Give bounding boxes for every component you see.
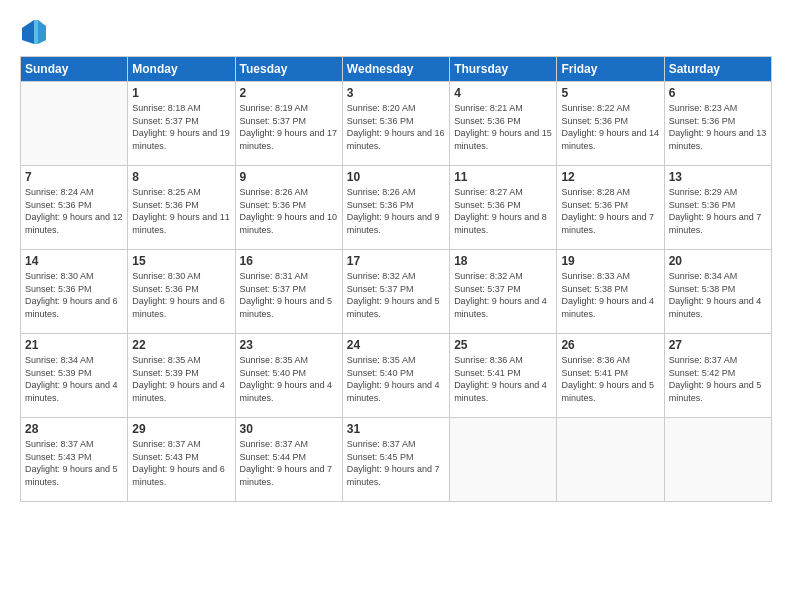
page: SundayMondayTuesdayWednesdayThursdayFrid…: [0, 0, 792, 612]
calendar-cell: 6Sunrise: 8:23 AMSunset: 5:36 PMDaylight…: [664, 82, 771, 166]
day-info: Sunrise: 8:34 AMSunset: 5:39 PMDaylight:…: [25, 354, 123, 404]
calendar-cell: 20Sunrise: 8:34 AMSunset: 5:38 PMDayligh…: [664, 250, 771, 334]
calendar-cell: 21Sunrise: 8:34 AMSunset: 5:39 PMDayligh…: [21, 334, 128, 418]
day-number: 1: [132, 86, 230, 100]
calendar-cell: 5Sunrise: 8:22 AMSunset: 5:36 PMDaylight…: [557, 82, 664, 166]
day-number: 27: [669, 338, 767, 352]
day-number: 16: [240, 254, 338, 268]
calendar-cell: 14Sunrise: 8:30 AMSunset: 5:36 PMDayligh…: [21, 250, 128, 334]
day-number: 6: [669, 86, 767, 100]
day-info: Sunrise: 8:24 AMSunset: 5:36 PMDaylight:…: [25, 186, 123, 236]
calendar-cell: 22Sunrise: 8:35 AMSunset: 5:39 PMDayligh…: [128, 334, 235, 418]
col-header-wednesday: Wednesday: [342, 57, 449, 82]
day-info: Sunrise: 8:30 AMSunset: 5:36 PMDaylight:…: [25, 270, 123, 320]
day-info: Sunrise: 8:21 AMSunset: 5:36 PMDaylight:…: [454, 102, 552, 152]
day-info: Sunrise: 8:37 AMSunset: 5:44 PMDaylight:…: [240, 438, 338, 488]
day-number: 7: [25, 170, 123, 184]
day-number: 29: [132, 422, 230, 436]
day-info: Sunrise: 8:33 AMSunset: 5:38 PMDaylight:…: [561, 270, 659, 320]
header: [20, 18, 772, 46]
day-number: 3: [347, 86, 445, 100]
calendar-cell: 3Sunrise: 8:20 AMSunset: 5:36 PMDaylight…: [342, 82, 449, 166]
day-number: 31: [347, 422, 445, 436]
day-number: 21: [25, 338, 123, 352]
day-info: Sunrise: 8:34 AMSunset: 5:38 PMDaylight:…: [669, 270, 767, 320]
calendar-cell: 18Sunrise: 8:32 AMSunset: 5:37 PMDayligh…: [450, 250, 557, 334]
col-header-monday: Monday: [128, 57, 235, 82]
col-header-sunday: Sunday: [21, 57, 128, 82]
calendar-cell: 7Sunrise: 8:24 AMSunset: 5:36 PMDaylight…: [21, 166, 128, 250]
day-info: Sunrise: 8:29 AMSunset: 5:36 PMDaylight:…: [669, 186, 767, 236]
calendar-cell: [664, 418, 771, 502]
day-info: Sunrise: 8:36 AMSunset: 5:41 PMDaylight:…: [561, 354, 659, 404]
day-info: Sunrise: 8:35 AMSunset: 5:39 PMDaylight:…: [132, 354, 230, 404]
calendar-header-row: SundayMondayTuesdayWednesdayThursdayFrid…: [21, 57, 772, 82]
day-info: Sunrise: 8:22 AMSunset: 5:36 PMDaylight:…: [561, 102, 659, 152]
calendar-week-0: 1Sunrise: 8:18 AMSunset: 5:37 PMDaylight…: [21, 82, 772, 166]
col-header-friday: Friday: [557, 57, 664, 82]
day-number: 22: [132, 338, 230, 352]
day-number: 4: [454, 86, 552, 100]
day-info: Sunrise: 8:37 AMSunset: 5:45 PMDaylight:…: [347, 438, 445, 488]
calendar: SundayMondayTuesdayWednesdayThursdayFrid…: [20, 56, 772, 502]
day-info: Sunrise: 8:35 AMSunset: 5:40 PMDaylight:…: [240, 354, 338, 404]
calendar-cell: 27Sunrise: 8:37 AMSunset: 5:42 PMDayligh…: [664, 334, 771, 418]
logo-icon: [20, 18, 48, 46]
calendar-cell: 13Sunrise: 8:29 AMSunset: 5:36 PMDayligh…: [664, 166, 771, 250]
day-number: 8: [132, 170, 230, 184]
calendar-week-4: 28Sunrise: 8:37 AMSunset: 5:43 PMDayligh…: [21, 418, 772, 502]
calendar-week-1: 7Sunrise: 8:24 AMSunset: 5:36 PMDaylight…: [21, 166, 772, 250]
calendar-cell: 19Sunrise: 8:33 AMSunset: 5:38 PMDayligh…: [557, 250, 664, 334]
day-number: 10: [347, 170, 445, 184]
day-info: Sunrise: 8:32 AMSunset: 5:37 PMDaylight:…: [347, 270, 445, 320]
logo: [20, 18, 50, 46]
calendar-cell: 15Sunrise: 8:30 AMSunset: 5:36 PMDayligh…: [128, 250, 235, 334]
day-number: 15: [132, 254, 230, 268]
calendar-cell: 26Sunrise: 8:36 AMSunset: 5:41 PMDayligh…: [557, 334, 664, 418]
day-number: 5: [561, 86, 659, 100]
col-header-tuesday: Tuesday: [235, 57, 342, 82]
day-info: Sunrise: 8:30 AMSunset: 5:36 PMDaylight:…: [132, 270, 230, 320]
calendar-week-2: 14Sunrise: 8:30 AMSunset: 5:36 PMDayligh…: [21, 250, 772, 334]
day-info: Sunrise: 8:37 AMSunset: 5:43 PMDaylight:…: [132, 438, 230, 488]
day-number: 19: [561, 254, 659, 268]
day-info: Sunrise: 8:28 AMSunset: 5:36 PMDaylight:…: [561, 186, 659, 236]
day-number: 26: [561, 338, 659, 352]
day-info: Sunrise: 8:36 AMSunset: 5:41 PMDaylight:…: [454, 354, 552, 404]
day-info: Sunrise: 8:37 AMSunset: 5:42 PMDaylight:…: [669, 354, 767, 404]
day-info: Sunrise: 8:18 AMSunset: 5:37 PMDaylight:…: [132, 102, 230, 152]
day-info: Sunrise: 8:35 AMSunset: 5:40 PMDaylight:…: [347, 354, 445, 404]
calendar-cell: 25Sunrise: 8:36 AMSunset: 5:41 PMDayligh…: [450, 334, 557, 418]
day-info: Sunrise: 8:25 AMSunset: 5:36 PMDaylight:…: [132, 186, 230, 236]
calendar-cell: 4Sunrise: 8:21 AMSunset: 5:36 PMDaylight…: [450, 82, 557, 166]
calendar-cell: 23Sunrise: 8:35 AMSunset: 5:40 PMDayligh…: [235, 334, 342, 418]
calendar-cell: 11Sunrise: 8:27 AMSunset: 5:36 PMDayligh…: [450, 166, 557, 250]
col-header-thursday: Thursday: [450, 57, 557, 82]
calendar-cell: 10Sunrise: 8:26 AMSunset: 5:36 PMDayligh…: [342, 166, 449, 250]
day-info: Sunrise: 8:26 AMSunset: 5:36 PMDaylight:…: [347, 186, 445, 236]
day-number: 25: [454, 338, 552, 352]
calendar-cell: 12Sunrise: 8:28 AMSunset: 5:36 PMDayligh…: [557, 166, 664, 250]
calendar-cell: 17Sunrise: 8:32 AMSunset: 5:37 PMDayligh…: [342, 250, 449, 334]
day-info: Sunrise: 8:27 AMSunset: 5:36 PMDaylight:…: [454, 186, 552, 236]
day-number: 2: [240, 86, 338, 100]
day-number: 23: [240, 338, 338, 352]
svg-marker-2: [34, 20, 38, 44]
calendar-cell: 16Sunrise: 8:31 AMSunset: 5:37 PMDayligh…: [235, 250, 342, 334]
day-number: 11: [454, 170, 552, 184]
calendar-cell: 31Sunrise: 8:37 AMSunset: 5:45 PMDayligh…: [342, 418, 449, 502]
col-header-saturday: Saturday: [664, 57, 771, 82]
day-info: Sunrise: 8:26 AMSunset: 5:36 PMDaylight:…: [240, 186, 338, 236]
calendar-cell: 24Sunrise: 8:35 AMSunset: 5:40 PMDayligh…: [342, 334, 449, 418]
day-number: 28: [25, 422, 123, 436]
day-info: Sunrise: 8:19 AMSunset: 5:37 PMDaylight:…: [240, 102, 338, 152]
day-number: 24: [347, 338, 445, 352]
day-info: Sunrise: 8:32 AMSunset: 5:37 PMDaylight:…: [454, 270, 552, 320]
day-number: 14: [25, 254, 123, 268]
day-number: 9: [240, 170, 338, 184]
day-number: 12: [561, 170, 659, 184]
svg-marker-1: [38, 20, 46, 44]
day-info: Sunrise: 8:31 AMSunset: 5:37 PMDaylight:…: [240, 270, 338, 320]
day-info: Sunrise: 8:23 AMSunset: 5:36 PMDaylight:…: [669, 102, 767, 152]
day-number: 18: [454, 254, 552, 268]
